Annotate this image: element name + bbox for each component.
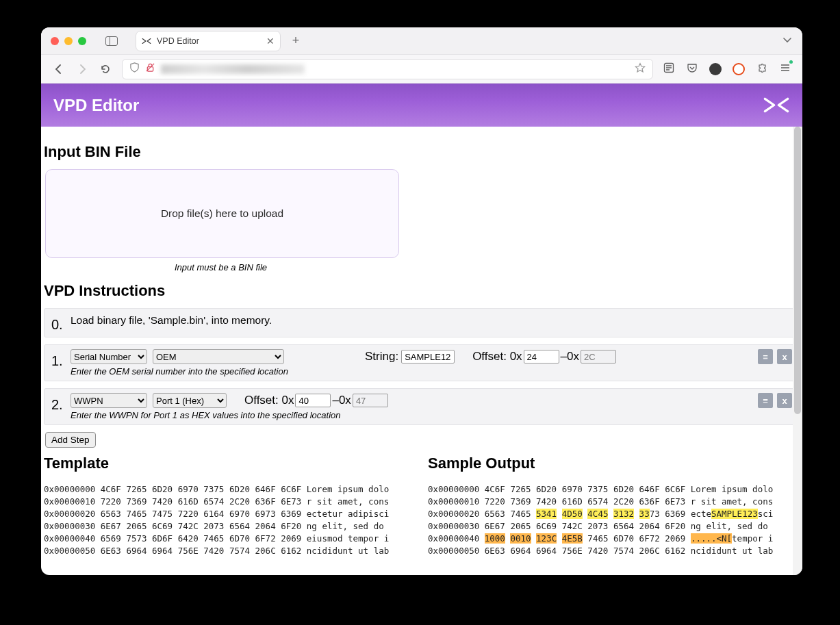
tab-title: VPD Editor — [157, 36, 199, 46]
step2-type-select[interactable]: WWPN — [71, 393, 147, 408]
instruction-step-2: 2. WWPN Port 1 (Hex) Offset: 0x –0x — [44, 388, 800, 425]
reader-mode-icon[interactable] — [663, 62, 675, 77]
offset-label: Offset: 0x — [472, 350, 522, 363]
step1-reorder-button[interactable]: ≡ — [758, 349, 773, 364]
instruction-step-1: 1. Serial Number OEM String: — [44, 344, 800, 381]
offset-label: Offset: 0x — [244, 394, 294, 407]
extension-orange-icon[interactable] — [733, 63, 745, 75]
maximize-window-button[interactable] — [78, 37, 86, 45]
dropzone-text: Drop file(s) here to upload — [161, 207, 283, 220]
app-header: VPD Editor — [41, 84, 802, 127]
sidebar-toggle-icon[interactable] — [105, 36, 118, 46]
scrollbar-thumb[interactable] — [794, 127, 801, 414]
extension-icons — [663, 62, 791, 77]
tabs-overflow-icon[interactable] — [782, 34, 793, 48]
sample-output-column: Sample Output 0x00000000 4C6F 7265 6D20 … — [428, 455, 800, 557]
instructions-heading: VPD Instructions — [44, 282, 800, 300]
instruction-step-0: 0. Load binary file, 'Sample.bin', into … — [44, 308, 800, 337]
string-label: String: — [365, 350, 398, 363]
vertical-scrollbar[interactable] — [793, 127, 802, 575]
pocket-icon[interactable] — [686, 62, 698, 77]
step2-offset-start-input[interactable] — [295, 394, 331, 407]
back-button[interactable] — [52, 62, 66, 76]
traffic-lights — [51, 37, 86, 45]
browser-window: VPD Editor ✕ + — [41, 27, 802, 575]
app-logo-icon — [763, 97, 790, 114]
tab-close-icon[interactable]: ✕ — [266, 36, 275, 47]
extensions-puzzle-icon[interactable] — [756, 62, 768, 77]
new-tab-button[interactable]: + — [286, 34, 305, 48]
template-hex-view: 0x00000000 4C6F 7265 6D20 6970 7375 6D20… — [44, 483, 416, 557]
step1-target-select[interactable]: OEM — [153, 349, 284, 364]
tab-favicon-icon — [142, 36, 151, 46]
offset-dash: –0x — [332, 394, 351, 407]
step1-offset-end-input — [581, 350, 616, 363]
page-content: Input BIN File Drop file(s) here to uplo… — [41, 127, 802, 575]
add-step-button[interactable]: Add Step — [45, 432, 96, 448]
lock-broken-icon — [145, 62, 155, 75]
window-titlebar: VPD Editor ✕ + — [41, 27, 802, 55]
page-viewport: VPD Editor Input BIN File Drop file(s) h… — [41, 84, 802, 575]
sample-output-heading: Sample Output — [428, 455, 800, 472]
step2-delete-button[interactable]: x — [777, 393, 792, 408]
shield-icon — [129, 62, 140, 75]
step2-offset-end-input — [353, 394, 388, 407]
step1-offset-start-input[interactable] — [524, 350, 559, 363]
step1-string-input[interactable] — [401, 350, 455, 363]
app-title: VPD Editor — [53, 96, 139, 115]
template-column: Template 0x00000000 4C6F 7265 6D20 6970 … — [44, 455, 416, 557]
browser-toolbar — [41, 55, 802, 84]
step1-delete-button[interactable]: x — [777, 349, 792, 364]
step-index: 0. — [49, 313, 65, 333]
url-bar[interactable] — [122, 59, 653, 79]
offset-dash: –0x — [561, 350, 579, 363]
reload-button[interactable] — [99, 62, 112, 76]
file-dropzone[interactable]: Drop file(s) here to upload — [45, 169, 399, 258]
browser-tab[interactable]: VPD Editor ✕ — [136, 31, 281, 51]
hamburger-menu-icon[interactable] — [779, 62, 791, 77]
input-section-heading: Input BIN File — [44, 143, 800, 161]
forward-button[interactable] — [75, 62, 89, 76]
bookmark-star-icon[interactable] — [635, 62, 646, 76]
step2-target-select[interactable]: Port 1 (Hex) — [153, 393, 227, 408]
step1-type-select[interactable]: Serial Number — [71, 349, 147, 364]
dropzone-hint: Input must be a BIN file — [44, 262, 398, 272]
close-window-button[interactable] — [51, 37, 59, 45]
template-heading: Template — [44, 455, 416, 472]
step-text: Load binary file, 'Sample.bin', into mem… — [71, 313, 792, 327]
step2-reorder-button[interactable]: ≡ — [758, 393, 773, 408]
extension-dark-icon[interactable] — [709, 63, 722, 75]
step-index: 2. — [49, 393, 65, 413]
step1-description: Enter the OEM serial number into the spe… — [71, 366, 752, 377]
minimize-window-button[interactable] — [64, 37, 73, 45]
step-index: 1. — [49, 349, 65, 369]
sample-output-hex-view: 0x00000000 4C6F 7265 6D20 6970 7375 6D20… — [428, 483, 800, 557]
url-text-blurred — [161, 64, 305, 74]
step2-description: Enter the WWPN for Port 1 as HEX values … — [71, 410, 752, 420]
